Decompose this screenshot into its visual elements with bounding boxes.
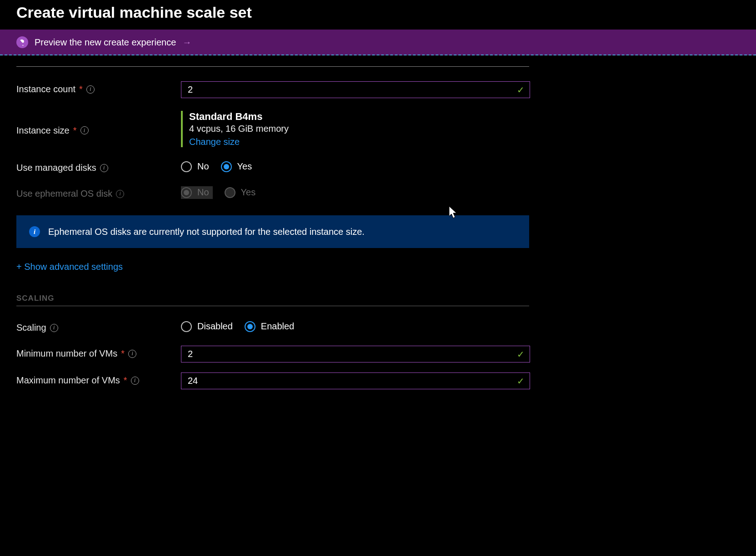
info-icon[interactable]: i: [50, 324, 58, 332]
divider: [16, 66, 529, 67]
radio-scaling-disabled[interactable]: Disabled: [181, 321, 233, 332]
input-instance-count[interactable]: [181, 81, 530, 98]
radio-label-yes: Yes: [237, 161, 252, 172]
section-header-scaling: SCALING: [16, 294, 740, 303]
row-max-vms: Maximum number of VMs * i ✓: [16, 372, 740, 389]
info-icon[interactable]: i: [128, 350, 136, 358]
label-managed-disks: Use managed disks: [16, 163, 96, 173]
row-ephemeral-disk: Use ephemeral OS disk i No Yes: [16, 186, 740, 199]
check-icon: ✓: [517, 349, 525, 360]
check-icon: ✓: [517, 376, 525, 387]
label-max-vms: Maximum number of VMs: [16, 375, 120, 386]
info-icon[interactable]: i: [86, 85, 95, 94]
label-ephemeral-disk: Use ephemeral OS disk: [16, 189, 112, 199]
info-banner: i Ephemeral OS disks are currently not s…: [16, 215, 529, 248]
arrow-right-icon: →: [182, 37, 191, 48]
radio-label-enabled: Enabled: [261, 321, 294, 332]
radio-label-no: No: [197, 187, 209, 198]
size-name: Standard B4ms: [189, 111, 530, 123]
show-advanced-link[interactable]: + Show advanced settings: [16, 262, 123, 272]
label-min-vms: Minimum number of VMs: [16, 348, 117, 359]
radio-ephemeral-no: No: [181, 186, 213, 199]
row-instance-count: Instance count * i ✓: [16, 81, 740, 98]
input-min-vms[interactable]: [181, 346, 530, 362]
label-instance-size: Instance size: [16, 125, 70, 136]
change-size-link[interactable]: Change size: [189, 137, 240, 147]
info-icon[interactable]: i: [100, 164, 108, 172]
row-min-vms: Minimum number of VMs * i ✓: [16, 346, 740, 362]
input-max-vms[interactable]: [181, 372, 530, 389]
radio-managed-yes[interactable]: Yes: [221, 161, 252, 172]
info-icon[interactable]: i: [80, 126, 89, 134]
radio-ephemeral-yes: Yes: [225, 187, 256, 198]
label-instance-count: Instance count: [16, 84, 75, 94]
label-scaling: Scaling: [16, 323, 46, 333]
info-icon: i: [29, 226, 40, 237]
preview-banner-text: Preview the new create experience: [35, 37, 176, 48]
required-asterisk: *: [121, 348, 125, 359]
row-scaling: Scaling i Disabled Enabled: [16, 320, 740, 333]
radio-label-disabled: Disabled: [197, 321, 233, 332]
info-icon[interactable]: i: [131, 377, 139, 385]
size-specs: 4 vcpus, 16 GiB memory: [189, 124, 530, 134]
rocket-icon: [16, 36, 28, 48]
radio-managed-no[interactable]: No: [181, 161, 209, 172]
preview-banner[interactable]: Preview the new create experience →: [0, 30, 756, 55]
required-asterisk: *: [124, 375, 127, 386]
row-instance-size: Instance size * i Standard B4ms 4 vcpus,…: [16, 111, 740, 147]
page-title: Create virtual machine scale set: [0, 0, 756, 30]
radio-label-yes: Yes: [241, 187, 256, 198]
required-asterisk: *: [73, 125, 77, 136]
size-block: Standard B4ms 4 vcpus, 16 GiB memory Cha…: [181, 111, 530, 147]
required-asterisk: *: [79, 84, 83, 94]
divider: [16, 306, 529, 306]
check-icon: ✓: [517, 84, 525, 95]
radio-scaling-enabled[interactable]: Enabled: [245, 321, 294, 332]
row-managed-disks: Use managed disks i No Yes: [16, 160, 740, 173]
info-icon[interactable]: i: [116, 190, 124, 198]
info-text: Ephemeral OS disks are currently not sup…: [48, 227, 365, 237]
radio-label-no: No: [197, 161, 209, 172]
